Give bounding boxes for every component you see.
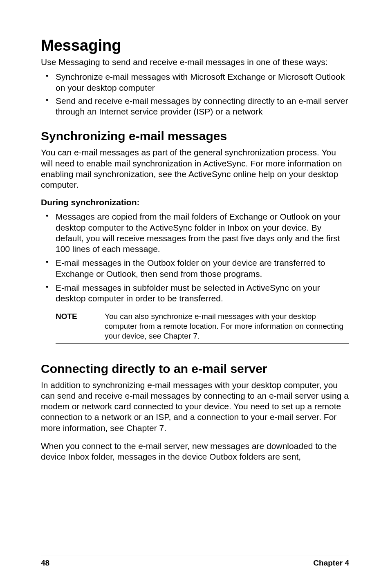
- list-item: Messages are copied from the mail folder…: [41, 211, 349, 254]
- list-item: E-mail messages in subfolder must be sel…: [41, 283, 349, 304]
- note-block: NOTE You can also synchronize e-mail mes…: [56, 309, 349, 343]
- page-number: 48: [41, 559, 49, 568]
- sync-bullet-list: Messages are copied from the mail folder…: [41, 211, 349, 304]
- sync-paragraph: You can e-mail messages as part of the g…: [41, 147, 349, 190]
- heading-messaging: Messaging: [41, 37, 349, 54]
- heading-connecting: Connecting directly to an e-mail server: [41, 362, 349, 376]
- chapter-label: Chapter 4: [313, 559, 349, 568]
- heading-synchronizing: Synchronizing e-mail messages: [41, 129, 349, 143]
- top-bullet-list: Synchronize e-mail messages with Microso…: [41, 72, 349, 117]
- list-item: Synchronize e-mail messages with Microso…: [41, 72, 349, 93]
- note-text: You can also synchronize e-mail messages…: [105, 312, 349, 341]
- subheading-during-sync: During synchronization:: [41, 197, 349, 207]
- connecting-paragraph-1: In addition to synchronizing e-mail mess…: [41, 380, 349, 433]
- list-item: Send and receive e-mail messages by conn…: [41, 96, 349, 117]
- page-footer: 48 Chapter 4: [41, 556, 349, 568]
- intro-paragraph: Use Messaging to send and receive e-mail…: [41, 57, 349, 67]
- connecting-paragraph-2: When you connect to the e-mail server, n…: [41, 441, 349, 462]
- list-item: E-mail messages in the Outbox folder on …: [41, 258, 349, 279]
- note-label: NOTE: [56, 312, 105, 341]
